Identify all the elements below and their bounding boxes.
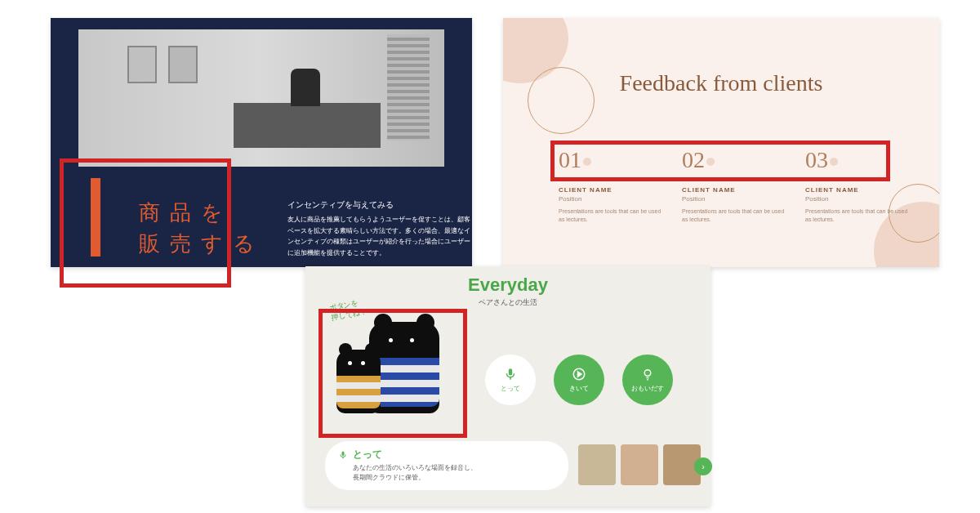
- record-button[interactable]: とって: [485, 355, 536, 405]
- play-button[interactable]: きいて: [554, 355, 604, 405]
- client-position: Position: [682, 195, 786, 203]
- bear-small-shirt: [336, 376, 381, 408]
- client-col-1: 01 CLIENT NAME Position Presentations ar…: [559, 147, 663, 224]
- hero-photo: [78, 29, 444, 167]
- slide3-title: Everyday: [305, 274, 710, 296]
- button-label: おもいだす: [631, 384, 664, 393]
- next-arrow-button[interactable]: ›: [694, 457, 712, 475]
- client-col-3: 03 CLIENT NAME Position Presentations ar…: [805, 147, 910, 224]
- card-title: とって: [353, 448, 382, 462]
- slide-3: Everyday ベアさんとの生活 ボタンを 押してね！ とって きいて: [305, 266, 710, 506]
- thumbnail[interactable]: [578, 444, 616, 485]
- thumbnail-row: [578, 444, 701, 485]
- client-name: CLIENT NAME: [805, 186, 910, 194]
- client-position: Position: [559, 195, 663, 203]
- recall-button[interactable]: おもいだす: [622, 355, 673, 405]
- button-label: きいて: [569, 384, 589, 393]
- client-desc: Presentations are tools that can be used…: [805, 207, 910, 224]
- client-desc: Presentations are tools that can be used…: [559, 207, 663, 224]
- blinds-decoration: [387, 34, 430, 141]
- client-number: 01: [559, 147, 663, 173]
- card-body: あなたの生活のいろいろな場面を録音し、 長期間クラウドに保管。: [353, 463, 555, 483]
- accent-bar: [91, 178, 100, 256]
- feature-card: とって あなたの生活のいろいろな場面を録音し、 長期間クラウドに保管。: [325, 441, 568, 490]
- client-position: Position: [805, 195, 910, 203]
- play-icon: [572, 367, 586, 381]
- svg-point-1: [644, 370, 651, 377]
- card-header: とって: [338, 448, 555, 462]
- canvas: 商品を 販売する インセンティブを与えてみる 友人に商品を推薦してもらうようユー…: [0, 0, 980, 513]
- mic-icon: [503, 367, 518, 381]
- action-buttons: とって きいて おもいだす: [485, 355, 673, 405]
- slide-1: 商品を 販売する インセンティブを与えてみる 友人に商品を推薦してもらうようユー…: [51, 18, 472, 267]
- button-label: とって: [501, 384, 520, 393]
- slide2-title: Feedback from clients: [503, 70, 939, 96]
- slide1-title: 商品を 販売する: [139, 198, 265, 259]
- client-columns: 01 CLIENT NAME Position Presentations ar…: [559, 147, 910, 224]
- client-number: 03: [805, 147, 910, 173]
- bulb-icon: [640, 367, 655, 381]
- thumbnail[interactable]: [621, 444, 658, 485]
- client-col-2: 02 CLIENT NAME Position Presentations ar…: [682, 147, 786, 224]
- client-name: CLIENT NAME: [682, 186, 786, 194]
- client-desc: Presentations are tools that can be used…: [682, 207, 786, 224]
- slide-2: Feedback from clients 01 CLIENT NAME Pos…: [503, 18, 939, 267]
- desk-decoration: [234, 103, 381, 148]
- client-name: CLIENT NAME: [559, 186, 663, 194]
- client-number: 02: [682, 147, 786, 173]
- mic-icon: [338, 450, 348, 460]
- slide1-subtitle: インセンティブを与えてみる: [287, 199, 394, 211]
- bear-illustration: [327, 322, 449, 420]
- person-silhouette: [291, 69, 320, 106]
- slide1-body: 友人に商品を推薦してもらうようユーザーを促すことは、顧客ベースを拡大する素晴らし…: [287, 214, 475, 258]
